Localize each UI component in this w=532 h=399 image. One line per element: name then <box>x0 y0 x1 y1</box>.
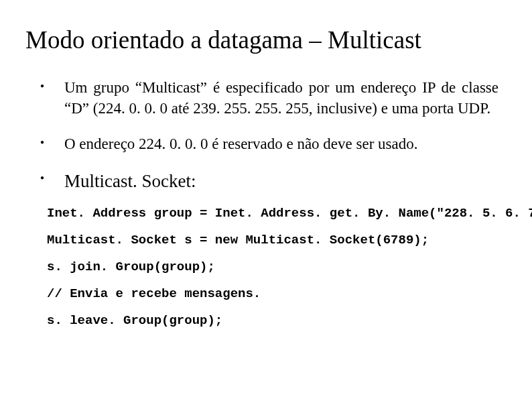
slide-title: Modo orientado a datagama – Multicast <box>25 25 507 54</box>
bullet-item-2: O endereço 224. 0. 0. 0 é reservado e nã… <box>40 133 498 154</box>
code-block: Inet. Address group = Inet. Address. get… <box>47 206 507 328</box>
code-line-1: Inet. Address group = Inet. Address. get… <box>47 206 507 221</box>
code-line-2: Multicast. Socket s = new Multicast. Soc… <box>47 233 507 247</box>
code-line-4: // Envia e recebe mensagens. <box>47 286 507 301</box>
code-line-3: s. join. Group(group); <box>47 260 507 274</box>
bullet-list: Um grupo “Multicast” é especificado por … <box>40 77 498 194</box>
bullet-item-3: Multicast. Socket: <box>40 169 498 193</box>
code-line-5: s. leave. Group(group); <box>47 313 507 328</box>
bullet-item-1: Um grupo “Multicast” é especificado por … <box>40 77 498 119</box>
